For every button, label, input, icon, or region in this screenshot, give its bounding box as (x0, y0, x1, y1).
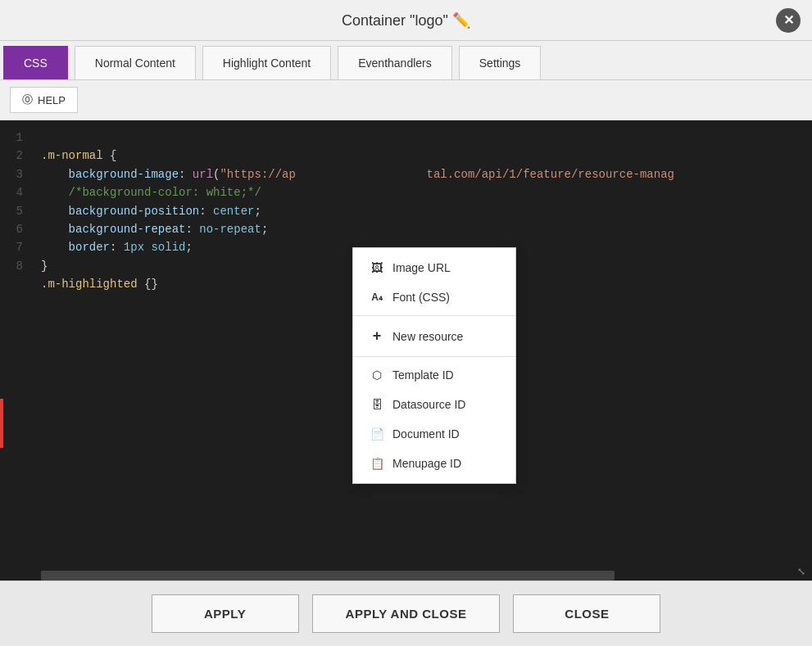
menu-divider-1 (353, 315, 515, 316)
modal-container: Container "logo" ✏️ ✕ CSS Normal Content… (0, 0, 812, 646)
image-url-icon: 🖼 (370, 261, 384, 274)
help-button[interactable]: ⓪ HELP (10, 87, 78, 113)
tab-eventhandlers[interactable]: Eventhandlers (338, 46, 452, 79)
menu-item-image-url-label: Image URL (392, 261, 451, 274)
tab-settings[interactable]: Settings (459, 46, 542, 79)
font-css-icon: A₄ (370, 291, 384, 303)
error-indicator (0, 399, 3, 448)
menu-item-datasource-id-label: Datasource ID (392, 398, 465, 411)
context-menu: 🖼 Image URL A₄ Font (CSS) + New resource… (352, 247, 516, 484)
resize-handle[interactable]: ⤡ (797, 566, 809, 577)
menu-item-image-url[interactable]: 🖼 Image URL (353, 253, 515, 282)
menu-item-template-id[interactable]: ⬡ Template ID (353, 360, 515, 390)
apply-button[interactable]: APPLY (152, 594, 299, 633)
close-button[interactable]: CLOSE (513, 594, 660, 633)
tab-normal-content[interactable]: Normal Content (75, 46, 196, 79)
line-numbers: 12345678 (0, 120, 29, 283)
code-editor-area: 12345678 .m-normal { background-image: u… (0, 120, 812, 580)
menu-item-new-resource[interactable]: + New resource (353, 319, 515, 353)
datasource-id-icon: 🗄 (370, 398, 384, 411)
menu-item-new-resource-label: New resource (392, 330, 463, 343)
menu-item-template-id-label: Template ID (392, 368, 454, 382)
help-label: HELP (38, 94, 66, 106)
modal-title: Container "logo" ✏️ (342, 11, 470, 29)
menu-item-menupage-id-label: Menupage ID (392, 457, 461, 470)
new-resource-icon: + (370, 328, 384, 345)
close-x-icon: ✕ (783, 12, 794, 28)
tab-bar: CSS Normal Content Highlight Content Eve… (0, 41, 812, 80)
menu-item-datasource-id[interactable]: 🗄 Datasource ID (353, 390, 515, 419)
menupage-id-icon: 📋 (370, 457, 384, 470)
apply-and-close-button[interactable]: APPLY AND CLOSE (312, 594, 501, 633)
bottom-action-bar: APPLY APPLY AND CLOSE CLOSE (0, 580, 812, 646)
menu-item-document-id[interactable]: 📄 Document ID (353, 419, 515, 449)
document-id-icon: 📄 (370, 427, 384, 440)
menu-item-document-id-label: Document ID (392, 427, 460, 440)
menu-item-menupage-id[interactable]: 📋 Menupage ID (353, 449, 515, 478)
help-icon: ⓪ (22, 93, 33, 107)
tab-css[interactable]: CSS (3, 46, 68, 79)
menu-divider-2 (353, 356, 515, 357)
menu-item-font-css-label: Font (CSS) (392, 291, 450, 304)
template-id-icon: ⬡ (370, 368, 384, 382)
menu-item-font-css[interactable]: A₄ Font (CSS) (353, 282, 515, 312)
help-bar: ⓪ HELP (0, 80, 812, 120)
close-x-button[interactable]: ✕ (776, 8, 801, 33)
horizontal-scrollbar[interactable] (41, 571, 615, 580)
modal-header: Container "logo" ✏️ ✕ (0, 0, 812, 41)
tab-highlight-content[interactable]: Highlight Content (202, 46, 331, 79)
